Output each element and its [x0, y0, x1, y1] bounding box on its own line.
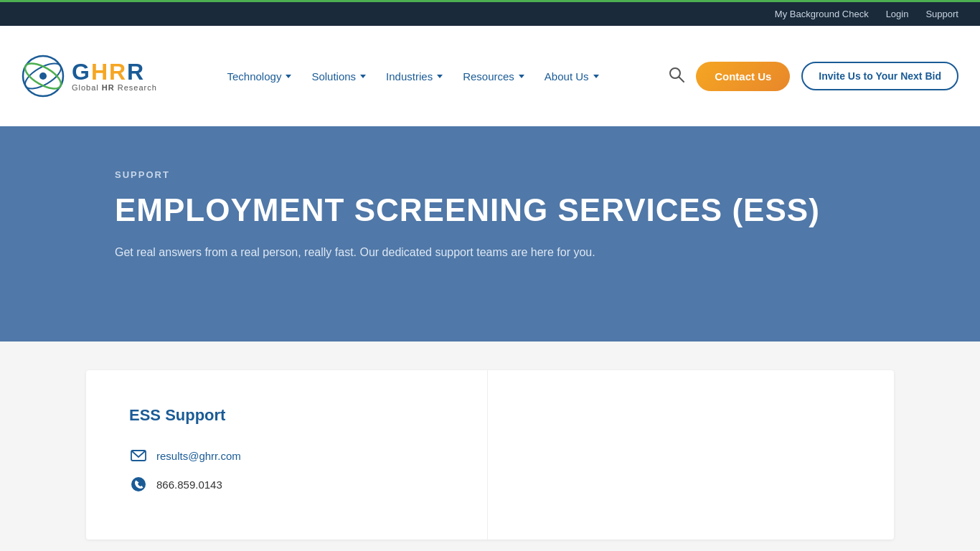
main-nav: Technology Solutions Industries Resource… — [227, 70, 599, 83]
login-link[interactable]: Login — [886, 9, 909, 19]
svg-line-5 — [679, 77, 684, 82]
support-link[interactable]: Support — [925, 9, 958, 19]
nav-industries-arrow — [437, 75, 443, 78]
content-card: ESS Support results@ghrr.com — [86, 370, 894, 540]
hero-label: SUPPORT — [115, 169, 980, 180]
hero-description: Get real answers from a real person, rea… — [115, 243, 617, 262]
nav-about-us[interactable]: About Us — [545, 70, 599, 83]
phone-icon — [129, 475, 148, 494]
search-icon[interactable] — [669, 67, 684, 86]
nav-solutions[interactable]: Solutions — [311, 70, 366, 83]
card-ess-title: ESS Support — [129, 406, 444, 425]
my-background-check-link[interactable]: My Background Check — [775, 9, 869, 19]
contact-us-button[interactable]: Contact Us — [696, 62, 790, 91]
header: GHRR Global HR Research Technology Solut… — [0, 26, 980, 126]
hero-title: EMPLOYMENT SCREENING SERVICES (ESS) — [115, 193, 980, 227]
nav-technology[interactable]: Technology — [227, 70, 292, 83]
nav-solutions-arrow — [360, 75, 366, 78]
contact-email-row: results@ghrr.com — [129, 446, 444, 465]
nav-about-us-arrow — [593, 75, 599, 78]
logo-area[interactable]: GHRR Global HR Research — [22, 55, 157, 98]
logo-ghrr: GHRR — [72, 60, 157, 83]
header-right: Contact Us Invite Us to Your Next Bid — [669, 62, 958, 91]
nav-technology-arrow — [286, 75, 291, 78]
logo-text: GHRR Global HR Research — [72, 60, 157, 92]
svg-point-3 — [39, 72, 47, 80]
nav-resources[interactable]: Resources — [463, 70, 524, 83]
card-right — [488, 370, 894, 540]
nav-industries[interactable]: Industries — [386, 70, 443, 83]
svg-point-7 — [131, 477, 146, 491]
phone-number: 866.859.0143 — [156, 479, 222, 491]
card-left: ESS Support results@ghrr.com — [86, 370, 488, 540]
invite-next-bid-button[interactable]: Invite Us to Your Next Bid — [801, 62, 958, 90]
nav-resources-arrow — [519, 75, 524, 78]
email-icon — [129, 446, 148, 465]
logo-subtitle: Global HR Research — [72, 83, 157, 92]
top-bar: My Background Check Login Support — [0, 0, 980, 26]
email-link[interactable]: results@ghrr.com — [156, 450, 241, 462]
contact-phone-row: 866.859.0143 — [129, 475, 444, 494]
logo-icon — [22, 55, 65, 98]
content-area: ESS Support results@ghrr.com — [0, 342, 980, 551]
hero-section: SUPPORT EMPLOYMENT SCREENING SERVICES (E… — [0, 126, 980, 342]
